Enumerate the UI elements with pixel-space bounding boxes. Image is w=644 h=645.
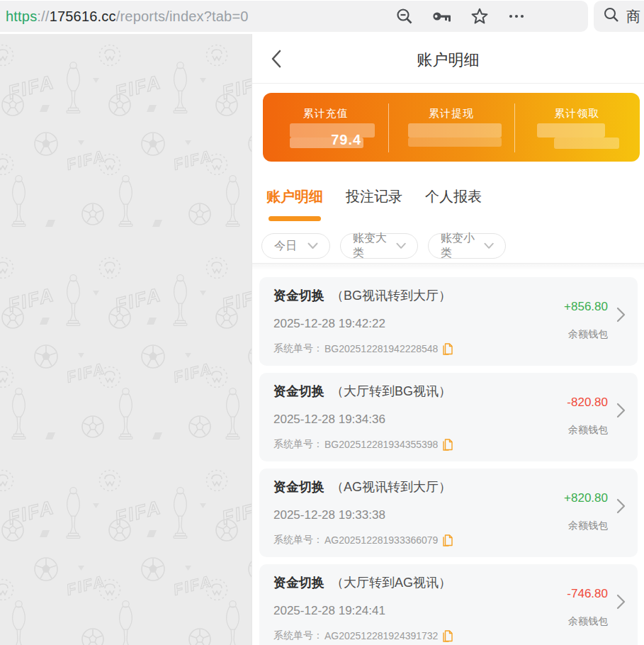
chevron-right-icon[interactable] — [616, 594, 626, 612]
transaction-title: 资金切换（BG视讯转到大厅） — [273, 287, 451, 304]
copy-icon[interactable] — [443, 343, 453, 355]
amount: +856.80 — [564, 300, 608, 314]
transaction-order: 系统单号：BG202512281942228548 — [273, 342, 453, 355]
amount: -820.80 — [567, 396, 608, 410]
transaction-card[interactable]: 资金切换（AG视讯转到大厅） 2025-12-28 19:33:38 系统单号：… — [259, 469, 638, 557]
order-label: 系统单号： — [273, 534, 323, 546]
order-number: AG202512281924391732 — [324, 630, 438, 641]
transaction-time: 2025-12-28 19:34:36 — [273, 413, 385, 427]
chevron-down-icon — [484, 242, 494, 249]
wallet-label: 余额钱包 — [568, 520, 608, 532]
transaction-time: 2025-12-28 19:42:22 — [273, 317, 385, 331]
tab-bet-records[interactable]: 投注记录 — [346, 187, 402, 221]
summary-card: 累计充值 79.4 累计提现 累计领取 — [263, 93, 640, 162]
transaction-card[interactable]: 资金切换（BG视讯转到大厅） 2025-12-28 19:42:22 系统单号：… — [259, 277, 638, 366]
key-icon[interactable] — [432, 8, 452, 25]
list-top-shadow — [252, 264, 644, 271]
transaction-card[interactable]: 资金切换（大厅转到BG视讯） 2025-12-28 19:34:36 系统单号：… — [259, 373, 638, 461]
url-path: /reports/index?tab=0 — [116, 9, 249, 24]
transaction-type: 资金切换 — [273, 288, 324, 303]
side-search-text: 商 — [626, 7, 640, 26]
chevron-down-icon — [396, 242, 406, 249]
page-header: 账户明细 — [252, 34, 644, 84]
chevron-down-icon — [307, 242, 318, 249]
transaction-time: 2025-12-28 19:24:41 — [273, 604, 385, 618]
transaction-title: 资金切换（大厅转到AG视讯） — [273, 574, 451, 591]
search-icon — [603, 6, 620, 26]
redaction-blur — [408, 123, 502, 138]
order-label: 系统单号： — [273, 342, 323, 355]
star-icon[interactable] — [470, 7, 489, 26]
report-page: 账户明细 累计充值 79.4 累计提现 累计领取 — [252, 34, 644, 645]
side-search-box[interactable]: 商 — [594, 1, 644, 32]
redaction-blur — [408, 138, 502, 147]
order-number: BG202512281942228548 — [324, 343, 438, 354]
transaction-type: 资金切换 — [273, 480, 324, 494]
copy-icon[interactable] — [443, 630, 453, 642]
copy-icon[interactable] — [443, 439, 453, 451]
filter-bar: 今日 账变大类 账变小类 — [252, 221, 644, 264]
amount: +820.80 — [564, 491, 608, 505]
browser-address-bar: https://175616.cc/reports/index?tab=0 商 — [0, 0, 644, 34]
transaction-card[interactable]: 资金切换（大厅转到AG视讯） 2025-12-28 19:24:41 系统单号：… — [259, 564, 638, 645]
transaction-desc: （大厅转到BG视讯） — [331, 384, 451, 398]
order-number: AG202512281933366079 — [324, 534, 438, 546]
page-title: 账户明细 — [252, 50, 644, 71]
redaction-blur — [537, 123, 605, 138]
transaction-desc: （大厅转到AG视讯） — [331, 576, 451, 590]
url-domain: 175616.cc — [50, 9, 116, 24]
filter-minor-type-dropdown[interactable]: 账变小类 — [428, 233, 506, 259]
fifa-watermark-background: FIFA FIFA — [0, 34, 252, 645]
wallet-label: 余额钱包 — [568, 328, 608, 341]
transaction-order: 系统单号：AG202512281924391732 — [273, 629, 453, 642]
tab-personal-report[interactable]: 个人报表 — [425, 187, 482, 221]
transaction-type: 资金切换 — [273, 384, 324, 398]
transaction-desc: （BG视讯转到大厅） — [331, 288, 451, 303]
transaction-desc: （AG视讯转到大厅） — [331, 480, 451, 494]
zoom-out-icon[interactable] — [395, 7, 414, 26]
more-icon[interactable] — [507, 7, 526, 26]
transaction-order: 系统单号：BG202512281934355398 — [273, 438, 453, 451]
chevron-right-icon[interactable] — [616, 307, 626, 325]
summary-total-deposit: 累计充值 79.4 — [263, 93, 388, 162]
filter-date-dropdown[interactable]: 今日 — [261, 233, 330, 259]
url-protocol: https — [6, 9, 37, 24]
wallet-label: 余额钱包 — [568, 615, 608, 628]
chevron-right-icon[interactable] — [616, 498, 626, 517]
transaction-order: 系统单号：AG202512281933366079 — [273, 534, 453, 546]
transaction-list: 资金切换（BG视讯转到大厅） 2025-12-28 19:42:22 系统单号：… — [252, 271, 644, 645]
tab-account-detail[interactable]: 账户明细 — [266, 187, 323, 221]
chevron-right-icon[interactable] — [616, 403, 626, 421]
transaction-type: 资金切换 — [273, 576, 324, 590]
redaction-blur — [290, 138, 363, 148]
summary-total-withdraw: 累计提现 — [388, 93, 514, 162]
filter-major-type-dropdown[interactable]: 账变大类 — [340, 233, 418, 259]
transaction-time: 2025-12-28 19:33:38 — [273, 508, 385, 522]
copy-icon[interactable] — [443, 534, 453, 546]
order-label: 系统单号： — [273, 629, 323, 642]
wallet-label: 余额钱包 — [568, 424, 608, 437]
redaction-blur — [290, 123, 375, 138]
amount: -746.80 — [567, 587, 608, 601]
page-url: https://175616.cc/reports/index?tab=0 — [0, 9, 249, 25]
redaction-blur — [554, 138, 619, 149]
transaction-title: 资金切换（大厅转到BG视讯） — [273, 383, 451, 400]
report-tabs: 账户明细 投注记录 个人报表 — [252, 162, 644, 221]
transaction-title: 资金切换（AG视讯转到大厅） — [273, 478, 451, 495]
order-label: 系统单号： — [273, 438, 323, 451]
order-number: BG202512281934355398 — [324, 439, 438, 450]
url-omnibox[interactable]: https://175616.cc/reports/index?tab=0 — [0, 1, 588, 32]
summary-total-claimed: 累计领取 — [514, 93, 640, 162]
